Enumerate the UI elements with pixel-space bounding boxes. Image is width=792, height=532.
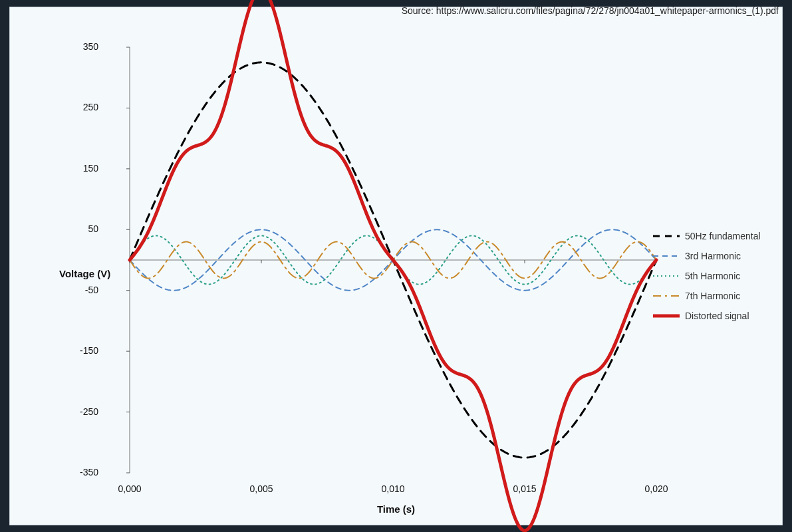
y-tick-label: -150: [65, 345, 98, 356]
chart-container: Voltage (V) Time (s) -350-250-150-505015…: [9, 7, 783, 525]
y-tick-label: 150: [65, 163, 98, 174]
y-tick-label: 50: [65, 223, 98, 234]
legend: 50Hz fundamental3rd Harmonic5th Harmonic…: [653, 231, 766, 321]
legend-label: 7th Harmonic: [685, 291, 740, 301]
series-group: [130, 0, 656, 531]
legend-item: 5th Harmonic: [653, 271, 766, 281]
legend-swatch: [653, 231, 680, 241]
y-tick-label: -250: [65, 406, 98, 417]
legend-swatch: [653, 251, 680, 261]
legend-label: Distorted signal: [685, 311, 749, 321]
legend-swatch: [653, 291, 680, 301]
legend-label: 50Hz fundamental: [685, 231, 761, 241]
axis-lines: [126, 47, 656, 473]
y-tick-label: 250: [65, 102, 98, 112]
legend-item: 3rd Harmonic: [653, 251, 766, 261]
y-tick-label: 350: [65, 41, 98, 52]
x-tick-label: 0,010: [381, 483, 404, 494]
series-5th-harmonic: [130, 235, 656, 284]
series-7th-harmonic: [130, 242, 656, 279]
series-50hz-fundamental: [130, 63, 656, 458]
source-attribution: Source: https://www.salicru.com/files/pa…: [402, 5, 779, 16]
page-root: { "source_attribution": "Source: https:/…: [0, 0, 792, 532]
legend-item: 50Hz fundamental: [653, 231, 766, 241]
y-tick-label: -350: [65, 467, 98, 477]
series-3rd-harmonic: [130, 229, 656, 290]
y-axis-title: Voltage (V): [59, 268, 110, 279]
y-tick-label: -50: [65, 285, 98, 295]
legend-label: 3rd Harmonic: [685, 251, 741, 261]
x-tick-label: 0,000: [118, 483, 141, 494]
legend-swatch: [653, 271, 680, 281]
legend-item: 7th Harmonic: [653, 291, 766, 301]
legend-item: Distorted signal: [653, 311, 766, 321]
legend-label: 5th Harmonic: [685, 271, 740, 281]
x-axis-title: Time (s): [10, 503, 782, 515]
x-tick-label: 0,005: [249, 483, 273, 494]
x-tick-label: 0,015: [513, 483, 536, 494]
series-distorted-signal: [130, 0, 656, 531]
legend-swatch: [653, 311, 680, 321]
x-tick-label: 0,020: [644, 483, 668, 494]
